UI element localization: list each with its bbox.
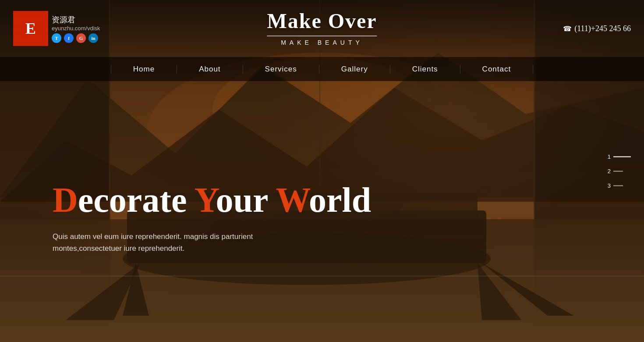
phone-area: ☎ (111)+245 245 66 xyxy=(563,24,631,33)
headline-ecorate: ecorate xyxy=(78,181,195,219)
headline-our: our xyxy=(216,181,276,219)
nav-item-contact[interactable]: Contact xyxy=(460,65,534,74)
headline-w: W xyxy=(276,181,309,219)
indicator-line-3 xyxy=(613,185,623,186)
nav-item-clients[interactable]: Clients xyxy=(390,65,460,74)
logo-text-url: eyunzhu.com/vdisk xyxy=(52,25,100,32)
nav-item-home[interactable]: Home xyxy=(111,65,177,74)
google-icon[interactable]: G xyxy=(76,33,86,43)
slide-indicators: 1 2 3 xyxy=(608,153,631,189)
logo-area: E 资源君 eyunzhu.com/vdisk T f G in xyxy=(13,11,100,46)
phone-number: (111)+245 245 66 xyxy=(574,24,631,33)
hero-content: Decorate Your World Quis autem vel eum i… xyxy=(53,182,371,254)
facebook-icon[interactable]: f xyxy=(64,33,74,43)
headline-orld: orld xyxy=(309,181,371,219)
slide-number-2: 2 xyxy=(608,168,611,175)
hero-headline: Decorate Your World xyxy=(53,182,371,217)
twitter-icon[interactable]: T xyxy=(52,33,61,43)
hero-desc-line1: Quis autem vel eum iure reprehenderit. m… xyxy=(53,232,253,241)
hero-section: E 资源君 eyunzhu.com/vdisk T f G in Make Ov… xyxy=(0,0,644,342)
logo-text-cn: 资源君 xyxy=(52,14,100,25)
slide-number-3: 3 xyxy=(608,182,611,189)
logo-text-area: 资源君 eyunzhu.com/vdisk T f G in xyxy=(52,14,100,43)
slide-indicator-2[interactable]: 2 xyxy=(608,168,631,175)
site-header: E 资源君 eyunzhu.com/vdisk T f G in Make Ov… xyxy=(0,0,644,57)
indicator-line-1 xyxy=(613,156,631,157)
nav-item-services[interactable]: Services xyxy=(243,65,319,74)
slide-indicator-1[interactable]: 1 xyxy=(608,153,631,160)
brand-center: Make Over MAKE BEAUTY xyxy=(267,9,377,46)
logo-box: E xyxy=(13,11,48,46)
headline-d: D xyxy=(53,181,78,219)
brand-subtitle: MAKE BEAUTY xyxy=(267,39,377,46)
brand-title: Make Over xyxy=(267,9,377,36)
indicator-line-2 xyxy=(613,171,623,171)
logo-letter: E xyxy=(25,19,36,38)
slide-indicator-3[interactable]: 3 xyxy=(608,182,631,189)
headline-y: Y xyxy=(194,181,216,219)
hero-description: Quis autem vel eum iure reprehenderit. m… xyxy=(53,231,294,254)
nav-item-about[interactable]: About xyxy=(177,65,243,74)
logo-social-icons: T f G in xyxy=(52,33,100,43)
slide-number-1: 1 xyxy=(608,153,611,160)
phone-icon: ☎ xyxy=(563,25,572,33)
hero-desc-line2: montes,consectetuer iure reprehenderit. xyxy=(53,244,184,253)
nav-item-gallery[interactable]: Gallery xyxy=(319,65,390,74)
main-navbar: Home About Services Gallery Clients Cont… xyxy=(0,57,644,81)
bottom-divider-line xyxy=(0,276,644,276)
nav-items-list: Home About Services Gallery Clients Cont… xyxy=(111,65,533,74)
linkedin-icon[interactable]: in xyxy=(88,33,98,43)
